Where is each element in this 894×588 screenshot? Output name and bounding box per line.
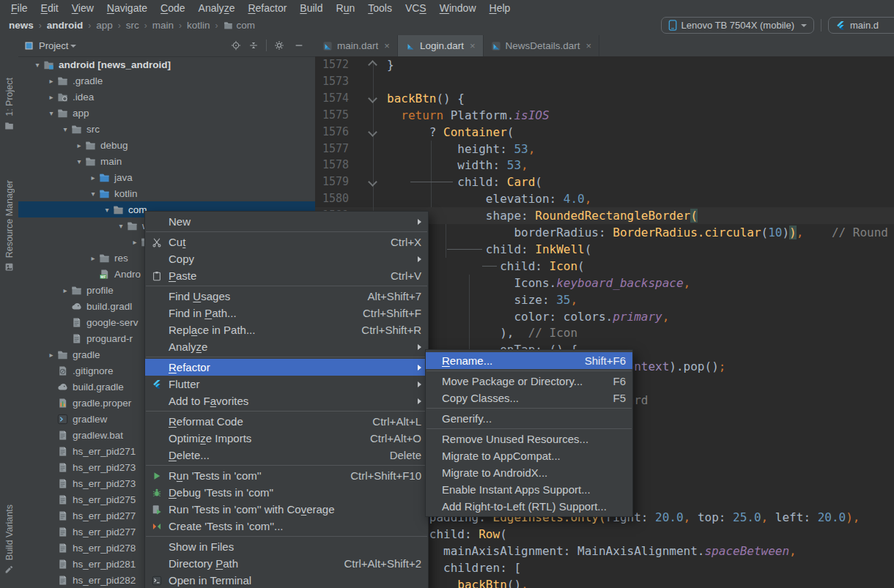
tab-Login.dart[interactable]: Login.dart× xyxy=(398,35,484,56)
menu-item-refactor[interactable]: Refactor xyxy=(145,359,428,376)
tree-item-main[interactable]: ▾main xyxy=(18,153,315,169)
createtest-icon xyxy=(152,521,169,532)
code-line[interactable]: 1576 ? Container( xyxy=(315,124,894,141)
menu-item-reformat-code[interactable]: Reformat CodeCtrl+Alt+L xyxy=(145,413,428,430)
menubar-item-navigate[interactable]: Navigate xyxy=(100,1,154,15)
menu-item-flutter[interactable]: Flutter xyxy=(145,376,428,392)
tree-collapse-icon[interactable]: ▸ xyxy=(45,351,57,359)
sidebar-item-project[interactable]: 1: Project xyxy=(0,78,18,130)
tree-expand-icon[interactable]: ▾ xyxy=(87,190,99,198)
menu-item-create-tests-in-com-[interactable]: Create 'Tests in 'com''... xyxy=(145,518,428,535)
locate-file-icon[interactable] xyxy=(231,40,241,51)
close-icon[interactable]: × xyxy=(586,40,592,51)
menu-item-show-in-files[interactable]: Show in Files xyxy=(145,538,428,555)
tab-main.dart[interactable]: main.dart× xyxy=(315,35,398,56)
menu-item-directory-path[interactable]: Directory PathCtrl+Alt+Shift+2 xyxy=(145,555,428,572)
menu-item-add-right-to-left-rtl-support-[interactable]: Add Right-to-Left (RTL) Support... xyxy=(426,498,632,515)
tree-expand-icon[interactable]: ▾ xyxy=(73,157,85,165)
tree-item-debug[interactable]: ▸debug xyxy=(18,137,315,153)
menu-item-cut[interactable]: CutCtrl+X xyxy=(145,234,428,250)
menubar-item-vcs[interactable]: VCS xyxy=(399,1,433,15)
tab-NewsDetails.dart[interactable]: NewsDetails.dart× xyxy=(484,35,600,56)
menu-item-analyze[interactable]: Analyze xyxy=(145,338,428,355)
tree-item-android [news_android][interactable]: ▾android [news_android] xyxy=(18,56,315,72)
menubar-item-build[interactable]: Build xyxy=(293,1,329,15)
menu-item-paste[interactable]: PasteCtrl+V xyxy=(145,267,428,284)
menu-item-debug-tests-in-com-[interactable]: Debug 'Tests in 'com'' xyxy=(145,484,428,501)
menu-item-run-tests-in-com-with-coverage[interactable]: Run 'Tests in 'com'' with Coverage xyxy=(145,501,428,518)
tree-expand-icon[interactable]: ▾ xyxy=(32,61,43,69)
menu-item-run-tests-in-com-[interactable]: Run 'Tests in 'com''Ctrl+Shift+F10 xyxy=(145,467,428,484)
menu-item-copy-classes-[interactable]: Copy Classes...F5 xyxy=(426,390,632,406)
code-line[interactable]: 1574backBtn() { xyxy=(315,90,894,107)
breadcrumb-item-kotlin[interactable]: kotlin xyxy=(187,20,210,31)
menu-item-migrate-to-appcompat-[interactable]: Migrate to AppCompat... xyxy=(426,447,632,464)
menu-item-enable-instant-apps-support-[interactable]: Enable Instant Apps Support... xyxy=(426,481,632,498)
menu-item-optimize-imports[interactable]: Optimize ImportsCtrl+Alt+O xyxy=(145,430,428,447)
tree-collapse-icon[interactable]: ▸ xyxy=(45,77,57,85)
close-icon[interactable]: × xyxy=(384,40,390,51)
code-line[interactable]: 1577 height: 53, xyxy=(315,141,894,157)
collapse-all-icon[interactable] xyxy=(248,40,259,51)
tree-collapse-icon[interactable]: ▸ xyxy=(73,141,85,149)
code-line[interactable]: 1578 width: 53, xyxy=(315,157,894,174)
menu-item-find-usages[interactable]: Find UsagesAlt+Shift+7 xyxy=(145,288,428,305)
tree-collapse-icon[interactable]: ▸ xyxy=(45,93,57,101)
menubar-item-help[interactable]: Help xyxy=(483,1,517,15)
menubar-item-tools[interactable]: Tools xyxy=(361,1,399,15)
project-view-selector[interactable]: Project xyxy=(39,40,68,51)
menubar-item-view[interactable]: View xyxy=(65,1,100,15)
gear-icon[interactable] xyxy=(274,40,284,51)
menubar-item-analyze[interactable]: Analyze xyxy=(192,1,242,15)
breadcrumb-item-main[interactable]: main xyxy=(152,20,174,31)
tree-expand-icon[interactable]: ▾ xyxy=(101,206,113,214)
breadcrumb-item-news[interactable]: news xyxy=(9,20,34,31)
tree-item-kotlin[interactable]: ▾kotlin xyxy=(18,185,315,201)
code-line[interactable]: 1580 elevation: 4.0, xyxy=(315,190,894,207)
tree-collapse-icon[interactable]: ▸ xyxy=(87,174,99,182)
menubar-item-file[interactable]: File xyxy=(4,1,34,15)
tree-item-src[interactable]: ▾src xyxy=(18,121,315,137)
breadcrumb-item-android[interactable]: android xyxy=(47,20,84,31)
tree-expand-icon[interactable]: ▾ xyxy=(59,125,71,133)
menu-item-new[interactable]: New xyxy=(145,213,428,230)
menu-item-migrate-to-androidx-[interactable]: Migrate to AndroidX... xyxy=(426,464,632,481)
code-line[interactable]: 1572} xyxy=(315,56,894,73)
menubar-item-edit[interactable]: Edit xyxy=(34,1,65,15)
menu-item-add-to-favorites[interactable]: Add to Favorites xyxy=(145,392,428,409)
menu-item-replace-in-path-[interactable]: Replace in Path...Ctrl+Shift+R xyxy=(145,321,428,338)
tree-collapse-icon[interactable]: ▸ xyxy=(87,254,99,262)
menu-item-remove-unused-resources-[interactable]: Remove Unused Resources... xyxy=(426,431,632,447)
code-line[interactable]: 1573 xyxy=(315,73,894,90)
close-icon[interactable]: × xyxy=(470,40,476,51)
tree-collapse-icon[interactable]: ▸ xyxy=(129,238,141,246)
tree-item-java[interactable]: ▸java xyxy=(18,169,315,185)
menu-item-find-in-path-[interactable]: Find in Path...Ctrl+Shift+F xyxy=(145,305,428,321)
tree-item-.idea[interactable]: ▸.idea xyxy=(18,89,315,105)
sidebar-item-resource-manager[interactable]: Resource Manager xyxy=(0,180,18,272)
breadcrumb-item-src[interactable]: src xyxy=(126,20,139,31)
breadcrumb-item-app[interactable]: app xyxy=(96,20,113,31)
tree-item-app[interactable]: ▾app xyxy=(18,105,315,121)
sidebar-item-build-variants[interactable]: Build Variants xyxy=(0,505,18,574)
menubar-item-window[interactable]: Window xyxy=(433,1,483,15)
code-line[interactable]: 1575 return Platform.isIOS xyxy=(315,107,894,124)
menubar-item-code[interactable]: Code xyxy=(154,1,191,15)
menu-item-rename-[interactable]: Rename...Shift+F6 xyxy=(426,352,632,369)
run-config-selector[interactable]: main.d xyxy=(828,17,894,34)
menu-item-move-package-or-directory-[interactable]: Move Package or Directory...F6 xyxy=(426,373,632,390)
menubar-item-refactor[interactable]: Refactor xyxy=(241,1,293,15)
menu-item-generify-[interactable]: Generify... xyxy=(426,410,632,427)
menu-item-open-in-terminal[interactable]: Open in Terminal xyxy=(145,572,428,588)
menu-item-copy[interactable]: Copy xyxy=(145,250,428,267)
device-selector[interactable]: Lenovo TB 7504X (mobile) xyxy=(661,17,814,34)
tree-expand-icon[interactable]: ▾ xyxy=(115,222,127,230)
tree-expand-icon[interactable]: ▾ xyxy=(45,109,57,117)
menu-item-delete-[interactable]: Delete...Delete xyxy=(145,447,428,464)
tree-item-.gradle[interactable]: ▸.gradle xyxy=(18,72,315,89)
hide-panel-icon[interactable] xyxy=(294,40,304,51)
code-line[interactable]: 1579 child: Card( xyxy=(315,174,894,190)
breadcrumb-item-com[interactable]: com xyxy=(237,20,256,31)
tree-collapse-icon[interactable]: ▸ xyxy=(59,286,71,294)
menubar-item-run[interactable]: Run xyxy=(330,1,362,15)
